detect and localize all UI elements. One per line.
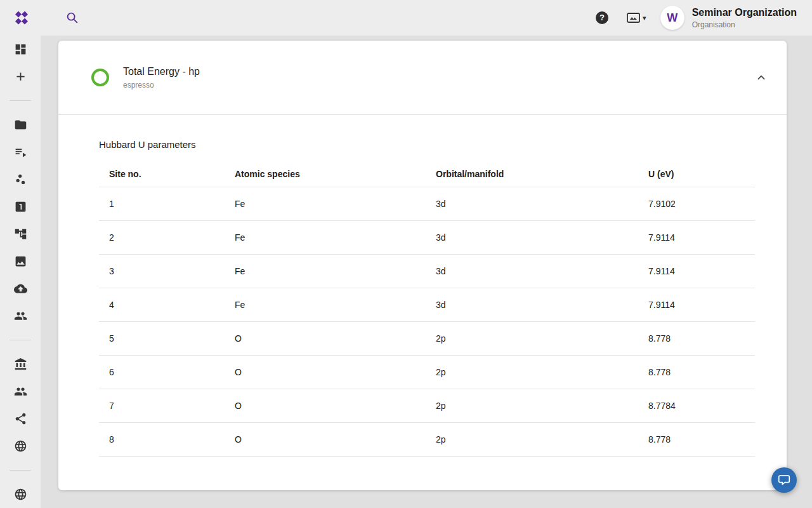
table-row: 8O2p8.778 [99,422,755,456]
sidebar-item-looks-one[interactable] [5,193,36,220]
table-cell: 2p [436,321,648,355]
table-row: 4Fe3d7.9114 [99,288,755,321]
institution-icon [14,358,27,371]
users-icon [14,385,27,398]
table-row: 7O2p8.7784 [99,389,755,422]
tree-icon [14,227,27,241]
sidebar-item-folder[interactable] [5,111,36,138]
table-header-cell: Atomic species [235,161,436,187]
card-header-text: Total Energy - hp espresso [123,66,200,90]
sidebar-item-job-list[interactable] [5,138,36,166]
table-cell: 8.778 [648,355,755,389]
share-icon [14,412,27,425]
sidebar-item-add[interactable] [5,63,36,90]
table-row: 6O2p8.778 [99,355,755,389]
table-cell: Fe [235,254,436,288]
sidebar-item-image[interactable] [5,248,36,275]
table-cell: 7.9102 [648,187,755,220]
logo-diamonds-icon [14,10,29,25]
org-subtitle: Organisation [692,20,797,30]
collapse-button[interactable] [752,69,770,86]
sidebar-item-tree[interactable] [5,220,36,248]
avatar[interactable]: W [660,6,684,30]
chevron-up-icon [754,70,768,84]
result-card: Total Energy - hp espresso Hubbard U par… [58,41,787,490]
dashboard-icon [14,43,27,56]
sidebar-item-globe[interactable] [5,432,36,460]
table-cell: 2 [99,220,235,254]
search-button[interactable] [65,10,80,25]
sidebar-item-scatter[interactable] [5,166,36,193]
help-icon: ? [599,13,605,22]
status-ring-icon [91,69,109,86]
table-cell: 8.778 [648,422,755,456]
table-row: 2Fe3d7.9114 [99,220,755,254]
sidebar-item-globe-bottom[interactable] [5,481,36,508]
sidebar-item-institution[interactable] [5,351,36,378]
table-cell: 8 [99,422,235,456]
table-cell: 4 [99,288,235,321]
sidebar-item-dashboard[interactable] [5,36,36,63]
help-button[interactable]: ? [596,11,608,24]
group-icon [14,309,27,323]
table-cell: Fe [235,220,436,254]
table-cell: 8.778 [648,321,755,355]
table-cell: 3d [436,187,648,220]
org-name: Seminar Organization [692,6,797,19]
chat-button[interactable] [771,467,797,493]
looks-one-icon [14,200,27,213]
folder-icon [14,118,27,131]
card-title: Total Energy - hp [123,66,200,77]
table-cell: 7.9114 [648,254,755,288]
cloud-upload-icon [14,282,27,295]
sidebar-divider [10,100,31,101]
main-content: Total Energy - hp espresso Hubbard U par… [41,36,812,508]
table-cell: 3d [436,288,648,321]
table-cell: 6 [99,355,235,389]
table-header-cell: Orbital/manifold [436,161,648,187]
sidebar-item-group[interactable] [5,302,36,330]
table-header-cell: Site no. [99,161,235,187]
playlist-icon [14,145,27,159]
sidebar-item-cloud-upload[interactable] [5,275,36,302]
sidebar-item-users[interactable] [5,378,36,405]
card-header: Total Energy - hp espresso [58,41,787,115]
plus-icon [14,70,27,83]
org-block[interactable]: Seminar Organization Organisation [692,6,797,30]
table-row: 1Fe3d7.9102 [99,187,755,220]
table-cell: 7 [99,389,235,422]
table-header-row: Site no.Atomic speciesOrbital/manifoldU … [99,161,755,187]
topbar: ? ▾ W Seminar Organization Organisation [0,0,812,36]
table-body: 1Fe3d7.91022Fe3d7.91143Fe3d7.91144Fe3d7.… [99,187,755,456]
table-cell: O [235,355,436,389]
chevron-down-icon: ▾ [643,14,646,22]
table-cell: O [235,422,436,456]
sidebar [0,36,41,508]
app-switcher-button[interactable]: ▾ [626,11,646,24]
globe-icon [14,439,27,453]
table-cell: 3 [99,254,235,288]
table-cell: 3d [436,220,648,254]
table-row: 3Fe3d7.9114 [99,254,755,288]
table-cell: 5 [99,321,235,355]
table-cell: Fe [235,187,436,220]
image-icon [14,255,27,268]
hubbard-parameters-table: Site no.Atomic speciesOrbital/manifoldU … [99,161,755,457]
table-cell: O [235,321,436,355]
table-row: 5O2p8.778 [99,321,755,355]
sidebar-item-share[interactable] [5,405,36,432]
table-cell: 8.7784 [648,389,755,422]
table-cell: O [235,389,436,422]
table-cell: 2p [436,355,648,389]
app-logo-icon[interactable] [14,10,29,25]
sidebar-divider [10,340,31,340]
section-title: Hubbard U parameters [99,139,755,150]
sidebar-divider [10,470,31,471]
search-icon [65,11,79,25]
table-cell: 7.9114 [648,220,755,254]
table-cell: 7.9114 [648,288,755,321]
scatter-plot-icon [14,173,27,186]
chat-bubble-icon [777,473,791,487]
table-cell: Fe [235,288,436,321]
table-cell: 3d [436,254,648,288]
